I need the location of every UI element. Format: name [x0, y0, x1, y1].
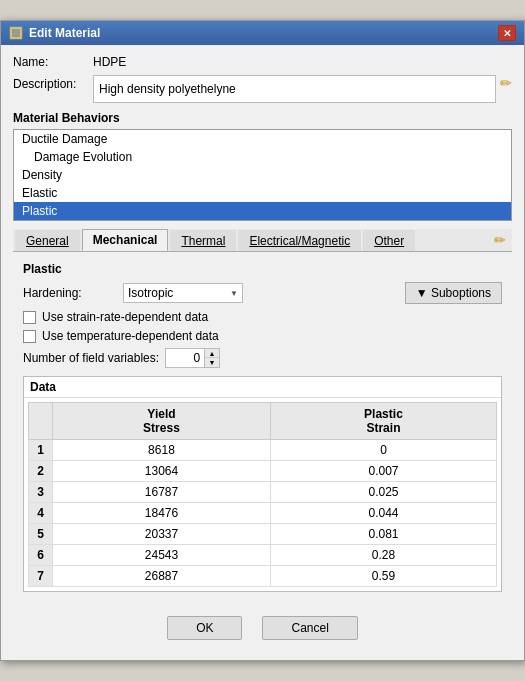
col-index-header [29, 403, 53, 440]
name-label: Name: [13, 55, 93, 69]
name-row: Name: HDPE [13, 55, 512, 69]
yield-stress-cell[interactable]: 24543 [53, 545, 271, 566]
data-section: Data YieldStress PlasticStrain 1 8618 [23, 376, 502, 592]
description-label: Description: [13, 75, 93, 91]
cancel-button[interactable]: Cancel [262, 616, 357, 640]
row-number: 3 [29, 482, 53, 503]
plastic-strain-cell[interactable]: 0.59 [270, 566, 496, 587]
hardening-label: Hardening: [23, 286, 123, 300]
hardening-select[interactable]: Isotropic ▼ [123, 283, 243, 303]
plastic-strain-cell[interactable]: 0.28 [270, 545, 496, 566]
name-value: HDPE [93, 55, 126, 69]
hardening-value: Isotropic [128, 286, 173, 300]
plastic-strain-cell[interactable]: 0.044 [270, 503, 496, 524]
description-field[interactable]: High density polyethelyne [93, 75, 496, 103]
table-row[interactable]: 2 13064 0.007 [29, 461, 497, 482]
dialog-content: Name: HDPE Description: High density pol… [1, 45, 524, 660]
tab-general[interactable]: General [15, 230, 80, 251]
data-table: YieldStress PlasticStrain 1 8618 0 2 130… [28, 402, 497, 587]
table-row[interactable]: 7 26887 0.59 [29, 566, 497, 587]
yield-stress-cell[interactable]: 8618 [53, 440, 271, 461]
plastic-strain-cell[interactable]: 0.007 [270, 461, 496, 482]
spin-down-button[interactable]: ▼ [205, 358, 219, 367]
tab-other[interactable]: Other [363, 230, 415, 251]
svg-rect-1 [12, 29, 20, 37]
behavior-elastic[interactable]: Elastic [14, 184, 511, 202]
tab-electrical-magnetic[interactable]: Electrical/Magnetic [238, 230, 361, 251]
num-field-input[interactable] [165, 348, 205, 368]
num-field-label: Number of field variables: [23, 351, 159, 365]
row-number: 5 [29, 524, 53, 545]
yield-stress-cell[interactable]: 13064 [53, 461, 271, 482]
description-text: High density polyethelyne [99, 82, 236, 96]
table-row[interactable]: 4 18476 0.044 [29, 503, 497, 524]
description-edit-icon[interactable]: ✏ [500, 75, 512, 91]
yield-stress-cell[interactable]: 20337 [53, 524, 271, 545]
row-number: 1 [29, 440, 53, 461]
close-button[interactable]: ✕ [498, 25, 516, 41]
suboptions-label: ▼ Suboptions [416, 286, 491, 300]
yield-stress-cell[interactable]: 16787 [53, 482, 271, 503]
title-bar: Edit Material ✕ [1, 21, 524, 45]
strain-rate-row: Use strain-rate-dependent data [23, 310, 502, 324]
behavior-density[interactable]: Density [14, 166, 511, 184]
temp-dependent-checkbox[interactable] [23, 330, 36, 343]
strain-rate-checkbox[interactable] [23, 311, 36, 324]
temp-dependent-label: Use temperature-dependent data [42, 329, 219, 343]
tabs-edit-icon[interactable]: ✏ [490, 230, 510, 250]
plastic-section-label: Plastic [23, 262, 502, 276]
window-icon [9, 26, 23, 40]
behavior-damage-evolution[interactable]: Damage Evolution [14, 148, 511, 166]
yield-stress-cell[interactable]: 26887 [53, 566, 271, 587]
hardening-dropdown-arrow: ▼ [230, 289, 238, 298]
row-number: 6 [29, 545, 53, 566]
spin-up-button[interactable]: ▲ [205, 349, 219, 358]
plastic-section: Plastic Hardening: Isotropic ▼ ▼ Subopti… [13, 256, 512, 608]
plastic-strain-cell[interactable]: 0.081 [270, 524, 496, 545]
num-field-row: Number of field variables: ▲ ▼ [23, 348, 502, 368]
row-number: 4 [29, 503, 53, 524]
bottom-buttons: OK Cancel [13, 608, 512, 650]
description-row: Description: High density polyethelyne ✏ [13, 75, 512, 103]
tabs-bar: General Mechanical Thermal Electrical/Ma… [13, 229, 512, 252]
yield-stress-cell[interactable]: 18476 [53, 503, 271, 524]
table-row[interactable]: 1 8618 0 [29, 440, 497, 461]
table-row[interactable]: 6 24543 0.28 [29, 545, 497, 566]
row-number: 7 [29, 566, 53, 587]
table-row[interactable]: 5 20337 0.081 [29, 524, 497, 545]
table-row[interactable]: 3 16787 0.025 [29, 482, 497, 503]
suboptions-button[interactable]: ▼ Suboptions [405, 282, 502, 304]
num-field-spinner: ▲ ▼ [205, 348, 220, 368]
col-plastic-strain-header: PlasticStrain [270, 403, 496, 440]
edit-material-window: Edit Material ✕ Name: HDPE Description: … [0, 20, 525, 661]
behavior-ductile-damage[interactable]: Ductile Damage [14, 130, 511, 148]
strain-rate-label: Use strain-rate-dependent data [42, 310, 208, 324]
table-header-row: YieldStress PlasticStrain [29, 403, 497, 440]
row-number: 2 [29, 461, 53, 482]
data-section-title: Data [24, 377, 501, 398]
behavior-plastic[interactable]: Plastic [14, 202, 511, 220]
temp-dependent-row: Use temperature-dependent data [23, 329, 502, 343]
plastic-strain-cell[interactable]: 0 [270, 440, 496, 461]
plastic-strain-cell[interactable]: 0.025 [270, 482, 496, 503]
hardening-row: Hardening: Isotropic ▼ ▼ Suboptions [23, 282, 502, 304]
behaviors-section-title: Material Behaviors [13, 111, 512, 125]
behaviors-list: Ductile Damage Damage Evolution Density … [13, 129, 512, 221]
col-yield-stress-header: YieldStress [53, 403, 271, 440]
ok-button[interactable]: OK [167, 616, 242, 640]
window-title: Edit Material [29, 26, 100, 40]
tab-thermal[interactable]: Thermal [170, 230, 236, 251]
tab-mechanical[interactable]: Mechanical [82, 229, 169, 251]
data-table-wrapper: YieldStress PlasticStrain 1 8618 0 2 130… [24, 398, 501, 591]
